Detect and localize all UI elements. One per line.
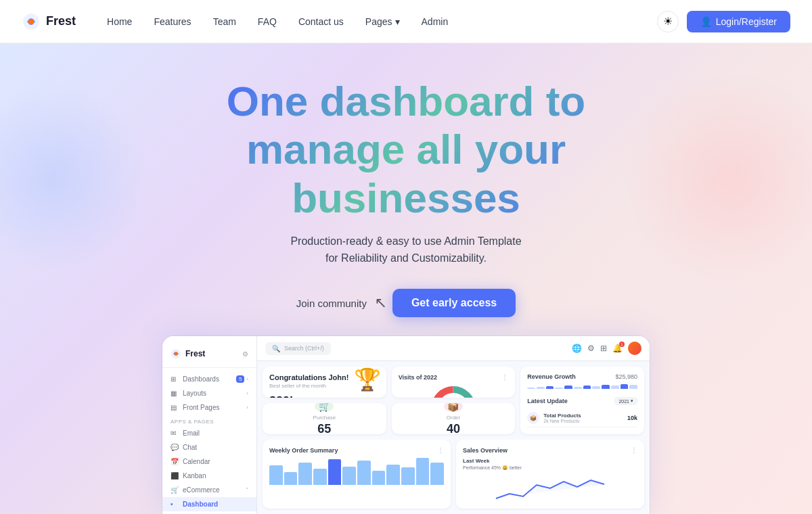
notification-icon[interactable]: 🔔 1 — [612, 344, 623, 353]
revenue-bar-3 — [555, 388, 563, 389]
latest-item-title: Total Products — [543, 413, 581, 419]
visits-card: Visits of 2022 ⋮ 80% Tota — [392, 367, 516, 398]
sidebar-item-dashboards[interactable]: ⊞ Dashboards 5 › — [162, 372, 256, 386]
sidebar-section-apps: APPS & PAGES — [162, 415, 256, 426]
donut-chart: 80% Total Visits — [430, 385, 477, 398]
sales-menu[interactable]: ⋮ — [631, 446, 637, 454]
dashboard-topbar: 🔍 Search (Ctrl+/) 🌐 ⚙ ⊞ 🔔 1 — [257, 336, 650, 361]
weekly-bar-9 — [401, 467, 415, 485]
revenue-bar-4 — [564, 386, 572, 389]
visits-menu-icon[interactable]: ⋮ — [501, 373, 508, 381]
chat-icon: 💬 — [171, 444, 179, 451]
sales-line-chart — [463, 475, 637, 502]
sidebar-settings-icon[interactable]: ⚙ — [242, 350, 248, 358]
order-label: Order — [447, 415, 460, 421]
nav-actions: ☀ 👤 Login/Register — [657, 11, 790, 32]
revenue-chart — [527, 384, 637, 389]
visits-title: Visits of 2022 — [399, 374, 437, 381]
nav-admin[interactable]: Admin — [412, 12, 458, 31]
theme-toggle-button[interactable]: ☀ — [657, 11, 679, 32]
get-early-access-button[interactable]: Get early access — [392, 289, 516, 317]
weekly-title: Weekly Order Summary — [269, 447, 338, 454]
latest-item-sub: 2k New Products — [543, 419, 581, 423]
weekly-bar-2 — [298, 463, 312, 485]
hero-subtitle: Production-ready & easy to use Admin Tem… — [227, 233, 585, 267]
weekly-order-card: Weekly Order Summary ⋮ — [263, 440, 451, 509]
layout-icon: ▦ — [171, 390, 179, 397]
sidebar-header: Frest ⚙ — [162, 343, 256, 368]
user-avatar[interactable] — [628, 342, 641, 355]
sidebar-item-email[interactable]: ✉ Email — [162, 426, 256, 440]
globe-icon[interactable]: 🌐 — [572, 344, 582, 353]
sidebar-item-layouts[interactable]: ▦ Layouts › — [162, 386, 256, 400]
calendar-icon: 📅 — [171, 458, 179, 465]
order-icon: 📦 — [447, 403, 459, 412]
revenue-bar-1 — [537, 387, 545, 389]
revenue-bar-0 — [527, 388, 535, 389]
navbar: Frest Home Features Team FAQ Contact us … — [0, 0, 812, 43]
nav-links: Home Features Team FAQ Contact us Pages … — [97, 12, 657, 31]
sidebar-logo-text: Frest — [185, 349, 205, 358]
weekly-bar-6 — [357, 461, 371, 485]
dashboard-search[interactable]: 🔍 Search (Ctrl+/) — [265, 342, 331, 355]
blob-right — [623, 70, 812, 287]
purchase-label: Purchase — [313, 415, 336, 421]
revenue-bar-8 — [602, 385, 610, 389]
order-card: 📦 Order 40 — [392, 403, 516, 434]
sidebar-item-dashboard-active[interactable]: • Dashboard — [162, 497, 256, 511]
nav-team[interactable]: Team — [204, 12, 246, 31]
purchase-card: 🛒 Purchase 65 — [263, 403, 386, 434]
purchase-icon: 🛒 — [319, 403, 330, 412]
join-community-label: Join community — [296, 298, 367, 309]
weekly-bar-11 — [430, 463, 444, 485]
logo-icon — [22, 12, 41, 31]
curved-arrow-icon: ↗ — [375, 294, 387, 312]
sidebar-item-products[interactable]: • Products — [162, 511, 256, 514]
chevron-down-icon-2: ˅ — [246, 487, 248, 493]
dashboard-row2: Weekly Order Summary ⋮ Sales Overview ⋮ … — [257, 440, 650, 514]
logo-text: Frest — [46, 14, 76, 28]
sidebar-item-calendar[interactable]: 📅 Calendar — [162, 454, 256, 469]
settings-icon[interactable]: ⚙ — [587, 344, 595, 353]
sidebar-item-frontpages[interactable]: ▤ Front Pages › — [162, 400, 256, 415]
svg-point-3 — [175, 352, 178, 356]
nav-home[interactable]: Home — [97, 12, 141, 31]
dashboard-active-dot: • — [171, 500, 179, 508]
sidebar-logo-icon — [171, 348, 181, 359]
year-selector[interactable]: 2021 ▾ — [614, 397, 637, 405]
purchase-icon-circle: 🛒 — [315, 403, 334, 412]
sidebar-item-ecommerce[interactable]: 🛒 eCommerce ˅ — [162, 483, 256, 497]
donut-container: 80% Total Visits Target Mart — [399, 385, 509, 398]
chevron-right-icon-2: › — [246, 390, 248, 396]
pages-icon: ▤ — [171, 404, 179, 411]
revenue-bar-7 — [592, 386, 600, 389]
grid-icon: ⊞ — [171, 375, 179, 383]
revenue-card: Revenue Growth $25,980 Latest Update 202… — [520, 367, 644, 434]
revenue-bar-9 — [611, 386, 619, 389]
login-register-button[interactable]: 👤 Login/Register — [687, 11, 790, 32]
order-value: 40 — [447, 422, 460, 434]
revenue-header: Revenue Growth $25,980 — [527, 373, 637, 380]
nav-features[interactable]: Features — [144, 12, 200, 31]
dashboard-content-grid: Congratulations John! Best seller of the… — [257, 361, 650, 440]
topbar-icons: 🌐 ⚙ ⊞ 🔔 1 — [572, 342, 641, 355]
user-icon: 👤 — [700, 16, 712, 27]
weekly-chart — [269, 458, 444, 485]
logo[interactable]: Frest — [22, 12, 76, 31]
weekly-menu[interactable]: ⋮ — [437, 446, 444, 454]
nav-contact[interactable]: Contact us — [289, 12, 353, 31]
revenue-bar-11 — [629, 385, 637, 389]
nav-pages[interactable]: Pages ▾ — [356, 12, 409, 31]
weekly-bar-1 — [284, 472, 298, 485]
dashboard-main: 🔍 Search (Ctrl+/) 🌐 ⚙ ⊞ 🔔 1 — [257, 336, 650, 514]
revenue-bar-2 — [546, 386, 554, 389]
revenue-bar-6 — [583, 386, 591, 389]
purchase-value: 65 — [317, 422, 331, 434]
latest-update-section: Latest Update 2021 ▾ 📦 Total Products — [527, 397, 637, 427]
nav-faq[interactable]: FAQ — [248, 12, 286, 31]
grid-view-icon[interactable]: ⊞ — [600, 344, 607, 353]
congrats-amount: $89k — [269, 394, 380, 398]
sidebar-item-chat[interactable]: 💬 Chat — [162, 440, 256, 454]
sidebar-item-kanban[interactable]: ⬛ Kanban — [162, 469, 256, 483]
weekly-bar-0 — [269, 465, 283, 485]
